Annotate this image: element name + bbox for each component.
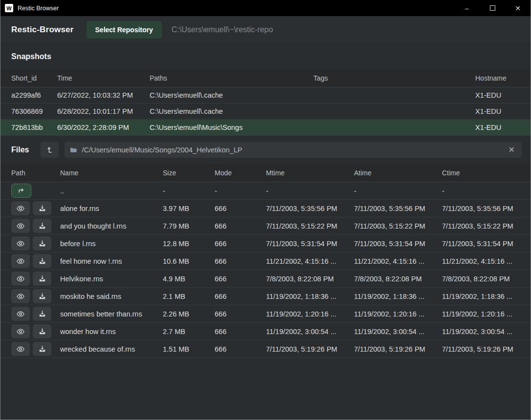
file-atime: 11/19/2002, 1:18:36 ...: [354, 293, 442, 300]
preview-file-button[interactable]: [11, 272, 30, 286]
eye-icon: [16, 204, 25, 213]
file-ctime: 7/11/2003, 5:31:54 PM: [442, 240, 522, 248]
file-mtime: 11/19/2002, 1:18:36 ...: [266, 293, 354, 300]
file-name: moskito he said.rns: [60, 293, 163, 300]
file-size: 7.79 MB: [163, 222, 215, 230]
eye-icon: [16, 327, 25, 336]
minimize-button[interactable]: –: [454, 0, 480, 16]
file-ctime: 11/19/2002, 1:18:36 ...: [442, 293, 522, 300]
preview-file-button[interactable]: [11, 289, 30, 303]
file-mode: 666: [215, 310, 266, 318]
download-file-button[interactable]: [33, 307, 51, 321]
file-atime: 7/11/2003, 5:19:26 PM: [354, 345, 442, 353]
file-mode: 666: [215, 257, 266, 265]
download-file-button[interactable]: [33, 324, 51, 338]
file-ctime: 11/21/2002, 4:15:16 ...: [442, 257, 522, 265]
file-name: alone for.rns: [60, 205, 163, 212]
current-path-text: /C/Users/emuell/Music/Songs/2004_Helveti…: [82, 146, 506, 154]
preview-file-button[interactable]: [11, 254, 30, 268]
file-mode: 666: [215, 293, 266, 300]
eye-icon: [16, 310, 25, 318]
preview-file-button[interactable]: [11, 201, 30, 215]
snapshot-row[interactable]: 72b813bb 6/30/2022, 2:28:09 PM C:\Users\…: [0, 120, 531, 136]
file-row: sometimes better than.rns 2.26 MB 666 11…: [0, 305, 531, 323]
select-repository-button[interactable]: Select Repository: [87, 21, 162, 39]
snapshot-hostname: X1-EDU: [475, 91, 522, 99]
files-heading: Files: [11, 146, 29, 154]
current-path-input[interactable]: /C/Users/emuell/Music/Songs/2004_Helveti…: [65, 142, 522, 158]
eye-icon: [16, 222, 25, 231]
parent-directory-row: .. - - - - -: [0, 182, 531, 200]
snapshot-paths: C:\Users\emuell\.cache: [150, 91, 313, 99]
download-icon: [38, 239, 46, 248]
parent-ctime: -: [442, 187, 522, 195]
col-path: Path: [11, 169, 60, 177]
window-title: Restic Browser: [18, 5, 59, 12]
file-mtime: 7/11/2003, 5:19:26 PM: [266, 345, 354, 353]
parent-atime: -: [354, 187, 442, 195]
close-icon: ✕: [515, 4, 521, 12]
snapshots-heading: Snapshots: [0, 43, 531, 69]
download-file-button[interactable]: [33, 342, 51, 356]
file-mtime: 7/11/2003, 5:31:54 PM: [266, 240, 354, 248]
file-row: Helvikone.rns 4.9 MB 666 7/8/2003, 8:22:…: [0, 270, 531, 288]
files-table-body: alone for.rns 3.97 MB 666 7/11/2003, 5:3…: [0, 200, 531, 358]
snapshot-row[interactable]: 76306869 6/28/2022, 10:01:17 PM C:\Users…: [0, 104, 531, 120]
file-row: and you thought l.rns 7.79 MB 666 7/11/2…: [0, 217, 531, 235]
up-to-parent-icon: [46, 146, 54, 154]
col-ctime: Ctime: [442, 169, 522, 177]
file-ctime: 11/19/2002, 1:20:16 ...: [442, 310, 522, 318]
file-row: wonder how it.rns 2.7 MB 666 11/19/2002,…: [0, 323, 531, 340]
app-title: Restic-Browser: [11, 25, 74, 35]
file-atime: 7/11/2003, 5:35:56 PM: [354, 205, 442, 212]
col-size: Size: [163, 169, 215, 177]
file-row: wrecked because of.rns 1.51 MB 666 7/11/…: [0, 340, 531, 358]
preview-file-button[interactable]: [11, 236, 30, 251]
col-atime: Atime: [354, 169, 442, 177]
preview-file-button[interactable]: [11, 219, 30, 233]
eye-icon: [16, 292, 25, 301]
download-icon: [38, 274, 46, 283]
close-button[interactable]: ✕: [505, 0, 531, 16]
file-ctime: 7/11/2003, 5:19:26 PM: [442, 345, 522, 353]
col-short-id: Short_id: [11, 74, 57, 82]
file-mode: 666: [215, 328, 266, 336]
snapshots-table-body: a2299af6 6/27/2022, 10:03:32 PM C:\Users…: [0, 87, 531, 136]
eye-icon: [16, 274, 25, 283]
file-size: 2.26 MB: [163, 310, 215, 318]
eye-icon: [16, 345, 25, 354]
col-time: Time: [57, 74, 150, 82]
file-size: 3.97 MB: [163, 205, 215, 212]
download-file-button[interactable]: [33, 201, 51, 215]
maximize-button[interactable]: [480, 0, 505, 16]
download-file-button[interactable]: [33, 289, 51, 303]
go-up-button[interactable]: [11, 184, 31, 198]
file-row: feel home now !.rns 10.6 MB 666 11/21/20…: [0, 252, 531, 270]
download-file-button[interactable]: [33, 254, 51, 268]
file-mtime: 11/21/2002, 4:15:16 ...: [266, 257, 354, 265]
file-mtime: 7/11/2003, 5:15:22 PM: [266, 222, 354, 230]
app-icon-letter: W: [6, 5, 11, 11]
go-to-root-button[interactable]: [41, 142, 59, 158]
snapshot-paths: C:\Users\emuell\.cache: [150, 107, 313, 115]
repository-path: C:\Users\emuell\~\restic-repo: [172, 25, 273, 34]
file-size: 12.8 MB: [163, 240, 215, 248]
file-atime: 11/21/2002, 4:15:16 ...: [354, 257, 442, 265]
download-file-button[interactable]: [33, 272, 51, 286]
col-hostname: Hostname: [475, 74, 522, 82]
file-name: wrecked because of.rns: [60, 345, 163, 353]
preview-file-button[interactable]: [11, 342, 30, 356]
clear-path-button[interactable]: ✕: [507, 145, 517, 154]
preview-file-button[interactable]: [11, 307, 30, 321]
download-file-button[interactable]: [33, 236, 51, 251]
file-mode: 666: [215, 345, 266, 353]
snapshot-row[interactable]: a2299af6 6/27/2022, 10:03:32 PM C:\Users…: [0, 87, 531, 104]
file-ctime: 11/19/2002, 3:00:54 ...: [442, 328, 522, 336]
app-header: Restic-Browser Select Repository C:\User…: [0, 16, 531, 43]
parent-mtime: -: [266, 187, 354, 195]
preview-file-button[interactable]: [11, 324, 30, 338]
file-size: 1.51 MB: [163, 345, 215, 353]
download-file-button[interactable]: [33, 219, 51, 233]
download-icon: [38, 310, 46, 318]
file-name: Helvikone.rns: [60, 275, 163, 283]
